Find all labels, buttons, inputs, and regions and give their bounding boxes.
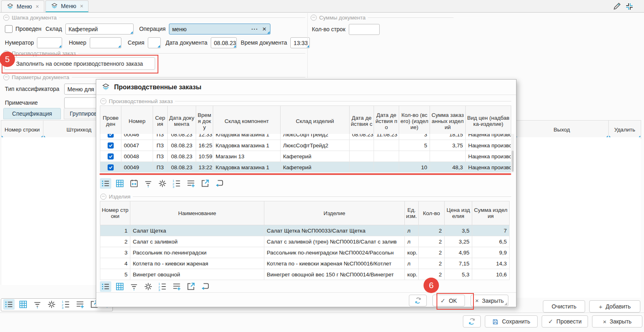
collapse-icon[interactable] bbox=[3, 74, 9, 80]
save-button[interactable]: Сохранить bbox=[485, 315, 538, 328]
doc-date-field[interactable]: 08.08.23 bbox=[211, 37, 237, 48]
table-cell[interactable]: Кафетерий bbox=[281, 151, 350, 162]
collapse-icon[interactable] bbox=[3, 15, 9, 21]
reload-rows-icon[interactable] bbox=[214, 178, 225, 189]
table-cell[interactable] bbox=[100, 140, 121, 151]
table-cell[interactable] bbox=[350, 140, 374, 151]
table-cell[interactable]: Винегрет овощной вес 150 г №СП00014/Вине… bbox=[264, 269, 405, 280]
list-view-icon[interactable] bbox=[100, 178, 111, 189]
column-header[interactable]: Номер строки bbox=[1, 121, 43, 139]
add-list-icon[interactable] bbox=[171, 281, 182, 292]
table-row[interactable]: 4Котлета по - киевски жаренаяКотлета по … bbox=[100, 258, 510, 269]
table-cell[interactable]: 2 bbox=[419, 247, 445, 258]
column-header[interactable]: Серия bbox=[153, 106, 168, 136]
table-cell[interactable]: 4,95 bbox=[445, 247, 472, 258]
table-row[interactable]: 1Салат ЩеткаСалат Щетка №СП00033/Салат Щ… bbox=[100, 225, 510, 236]
table-cell[interactable]: кор. bbox=[405, 269, 419, 280]
table-cell[interactable]: ЛюксСофтТрейд2 bbox=[281, 134, 350, 140]
table-cell[interactable]: 7,15 bbox=[445, 258, 472, 269]
tab-close-icon[interactable]: × bbox=[80, 3, 83, 9]
table-cell[interactable]: л bbox=[405, 236, 419, 247]
table-cell[interactable]: 14,3 bbox=[472, 258, 510, 269]
table-cell[interactable] bbox=[100, 151, 121, 162]
corners-icon[interactable] bbox=[625, 2, 634, 11]
clear-field-icon[interactable]: × bbox=[262, 25, 266, 33]
orders-scrollbar[interactable] bbox=[511, 134, 514, 172]
orders-table-body-viewport[interactable]: 00046ПЗ08.08.2312:33Кладовка магазина 1Л… bbox=[100, 134, 511, 172]
table-cell[interactable]: 00047 bbox=[121, 140, 153, 151]
table-cell[interactable]: Салат Щетка №СП00033/Салат Щетка bbox=[264, 225, 405, 236]
table-cell[interactable]: Кладовка магазина 1 bbox=[213, 134, 281, 140]
table-cell[interactable] bbox=[100, 134, 121, 140]
collapse-icon[interactable] bbox=[100, 194, 106, 200]
table-cell[interactable]: 3,25 bbox=[445, 236, 472, 247]
table-cell[interactable]: 00049 bbox=[121, 162, 153, 173]
table-cell[interactable]: 13:22 bbox=[196, 162, 213, 173]
close-button[interactable]: ×Закрыть bbox=[592, 315, 642, 328]
table-cell[interactable]: 08.08.23 bbox=[168, 134, 196, 140]
table-cell[interactable]: 10 bbox=[399, 162, 430, 173]
more-options-icon[interactable]: ··· bbox=[251, 26, 258, 32]
series-field[interactable] bbox=[148, 37, 161, 48]
table-cell[interactable] bbox=[374, 140, 399, 151]
table-cell[interactable]: Рассольник по-ленинградски bbox=[130, 247, 264, 258]
refresh-button[interactable] bbox=[409, 295, 427, 306]
add-button[interactable]: +Добавить bbox=[589, 300, 640, 313]
reload-rows-icon[interactable] bbox=[199, 281, 211, 292]
grid-icon[interactable] bbox=[17, 299, 29, 310]
column-header[interactable]: Дата действия по bbox=[374, 106, 399, 136]
table-cell[interactable]: ПЗ bbox=[153, 134, 168, 140]
column-header[interactable]: Цена изделия bbox=[445, 201, 472, 225]
table-cell[interactable]: 16:25 bbox=[196, 140, 213, 151]
table-cell[interactable]: 2 bbox=[419, 258, 445, 269]
table-cell[interactable]: Салат с заливкой (трен) №СП00018/Салат с… bbox=[264, 236, 405, 247]
table-cell[interactable]: 3,5 bbox=[445, 225, 472, 236]
table-cell[interactable]: 4 bbox=[100, 258, 130, 269]
row-checkbox[interactable] bbox=[108, 142, 114, 149]
table-cell[interactable]: 3 bbox=[399, 134, 430, 140]
table-cell[interactable]: кор. bbox=[405, 247, 419, 258]
table-cell[interactable]: Наценка произвс bbox=[466, 162, 511, 173]
table-cell[interactable]: 3,75 bbox=[430, 140, 466, 151]
table-cell[interactable]: 5 bbox=[399, 140, 430, 151]
table-cell[interactable]: л bbox=[405, 258, 419, 269]
row-checkbox[interactable] bbox=[108, 134, 114, 138]
column-header[interactable]: Изделие bbox=[264, 201, 405, 225]
sklad-field[interactable]: Кафетерий bbox=[65, 24, 134, 34]
column-header[interactable]: Сумма заказанных изделий bbox=[430, 106, 466, 136]
table-cell[interactable] bbox=[430, 151, 466, 162]
clear-button[interactable]: Очистить bbox=[543, 300, 585, 313]
calendar-range-icon[interactable] bbox=[128, 178, 140, 189]
table-cell[interactable]: Наценка произвс bbox=[466, 151, 511, 162]
table-cell[interactable]: Кладовка магазина 1 bbox=[213, 140, 281, 151]
list-view-icon[interactable] bbox=[100, 281, 111, 292]
table-cell[interactable] bbox=[100, 162, 121, 173]
settings-gear-icon[interactable] bbox=[143, 281, 154, 292]
table-cell[interactable]: 6,5 bbox=[472, 236, 510, 247]
table-row[interactable]: 00048ПЗ08.08.2310:59Магазин 13КафетерийН… bbox=[100, 151, 511, 162]
table-cell[interactable]: 18,15 bbox=[430, 134, 466, 140]
table-cell[interactable]: 08.08.23 bbox=[168, 140, 196, 151]
table-row[interactable]: 5Винегрет овощнойВинегрет овощной вес 15… bbox=[100, 269, 510, 280]
table-row[interactable]: 00047ПЗ08.08.2316:25Кладовка магазина 1Л… bbox=[100, 140, 511, 151]
collapse-icon[interactable] bbox=[311, 15, 317, 21]
ok-button[interactable]: ✓OK bbox=[432, 295, 465, 306]
post-button[interactable]: ✓Провести bbox=[542, 315, 588, 328]
list-view-icon[interactable] bbox=[3, 299, 15, 310]
table-cell[interactable]: Котлета по - киевски жареная bbox=[130, 258, 264, 269]
table-cell[interactable] bbox=[350, 162, 374, 173]
column-header[interactable]: Дата документа bbox=[168, 106, 196, 136]
table-cell[interactable] bbox=[399, 151, 430, 162]
table-cell[interactable]: 5 bbox=[100, 269, 130, 280]
table-cell[interactable]: 3 bbox=[100, 247, 130, 258]
column-header[interactable]: Кол-во bbox=[419, 201, 445, 225]
column-header[interactable]: Склад компонент bbox=[213, 106, 281, 136]
table-cell[interactable]: 7 bbox=[472, 225, 510, 236]
column-header[interactable]: Ед. изм. bbox=[405, 201, 419, 225]
table-cell[interactable]: 10:59 bbox=[196, 151, 213, 162]
collapse-icon[interactable] bbox=[100, 98, 106, 104]
table-cell[interactable] bbox=[374, 151, 399, 162]
table-cell[interactable]: 2 bbox=[419, 225, 445, 236]
table-cell[interactable]: 48,3 bbox=[430, 162, 466, 173]
table-cell[interactable]: 2 bbox=[419, 236, 445, 247]
